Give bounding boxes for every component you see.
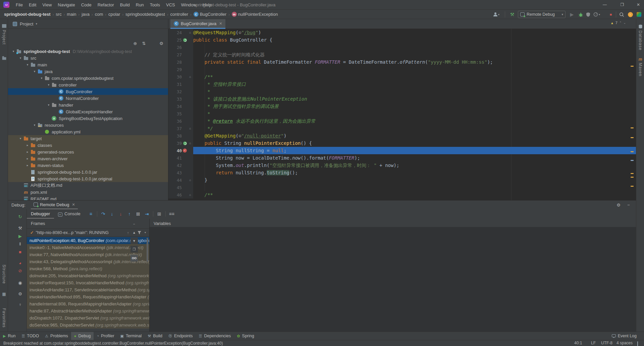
tree-chevron-icon[interactable]: ▸ — [25, 157, 30, 160]
resume-icon[interactable]: ▶ — [17, 233, 23, 239]
gutter-line-37[interactable]: 37⌂ — [168, 125, 193, 132]
breadcrumb-item-springbootdebugtest[interactable]: ›springbootdebugtest — [120, 12, 165, 17]
stripe-mark[interactable] — [631, 137, 634, 138]
settings-gear-icon[interactable]: ⚙ — [17, 290, 23, 297]
frame-row[interactable]: invokeAndHandle:117, ServletInvocableHan… — [27, 286, 149, 293]
fold-marker-icon[interactable]: ⌂ — [188, 127, 193, 130]
maven-icon[interactable]: m — [638, 57, 643, 62]
caret-position-widget[interactable]: 40:1 — [574, 340, 582, 346]
notification-icon[interactable] — [637, 341, 638, 346]
tool-button-favorites[interactable]: Favorites — [2, 308, 6, 328]
step-over-icon[interactable]: ↷ — [99, 210, 108, 218]
stripe-mark[interactable] — [631, 177, 634, 178]
gutter-line-36[interactable]: 36 — [168, 117, 193, 125]
tree-item-application.yml[interactable]: application.yml — [8, 128, 168, 135]
menu-refactor[interactable]: Refactor — [95, 0, 117, 10]
wrench-icon[interactable]: ⚒ — [17, 225, 23, 231]
breadcrumb-item-main[interactable]: ›main — [62, 12, 76, 17]
menu-vcs[interactable]: VCS — [163, 0, 178, 10]
rerun-icon[interactable]: ↻ — [17, 213, 23, 220]
gutter-line-33[interactable]: 33 — [168, 95, 193, 103]
menu-navigate[interactable]: Navigate — [55, 0, 78, 10]
code-line-42[interactable]: 42 System.out.println("空指针异常接口被调用，准备抛出异常… — [168, 162, 636, 169]
fold-marker-icon[interactable]: ⌂ — [188, 141, 193, 145]
gutter-line-40[interactable]: 40✓ — [168, 147, 193, 154]
tool-window-tab-debug[interactable]: ●Debug — [71, 332, 94, 340]
code-line-44[interactable]: 44⌂ } — [168, 176, 636, 184]
editor-tab-bugcontroller[interactable]: C BugController.java ✕ — [170, 19, 225, 29]
mute-breakpoints-icon[interactable]: ⊘ — [17, 267, 23, 274]
tree-item-globalexceptionhandler[interactable]: CGlobalExceptionHandler — [8, 108, 168, 115]
code-line-29[interactable]: 29 — [168, 66, 636, 73]
prev-frame-icon[interactable]: ↑ — [127, 231, 129, 235]
spring-bean-icon[interactable] — [183, 38, 187, 42]
tool-window-tab-terminal[interactable]: ▣Terminal — [117, 332, 145, 340]
tool-window-tab-build[interactable]: ⚒Build — [145, 332, 165, 340]
code-line-37[interactable]: 37⌂ */ — [168, 125, 636, 132]
tree-item-com.cpolar.springbootdebugtest[interactable]: ▾com.cpolar.springbootdebugtest — [8, 75, 168, 81]
gutter-line-25[interactable]: 25 — [168, 36, 193, 44]
tool-window-tab-profiler[interactable]: ◔Profiler — [94, 332, 117, 340]
code-line-24[interactable]: 24⌂@RequestMapping(⊙"/bug") — [168, 29, 636, 36]
encoding-widget[interactable]: UTF-8 — [601, 340, 612, 346]
breadcrumb-item-nullpointerexception[interactable]: ›mnullPointerException — [226, 12, 278, 17]
tree-item-resources[interactable]: ▾resources — [8, 122, 168, 128]
tree-item-pom.xml[interactable]: mpom.xml — [8, 189, 168, 195]
code-line-26[interactable]: 26 — [168, 44, 636, 51]
gutter-line-26[interactable]: 26 — [168, 44, 193, 51]
breadcrumb-item-springboot-debug-test[interactable]: springboot-debug-test — [4, 12, 51, 17]
menu-view[interactable]: View — [39, 0, 55, 10]
tree-chevron-icon[interactable]: ▸ — [25, 164, 30, 167]
inspections-widget[interactable]: ▲ 7 ⌃ ⌄ — [610, 21, 626, 25]
code-with-me-users-icon[interactable]: ▾ — [492, 11, 500, 18]
scroll-down-icon[interactable]: ▼ — [130, 237, 138, 244]
fold-marker-icon[interactable]: ⌂ — [188, 31, 193, 34]
gutter-line-46[interactable]: 46⌂ — [168, 191, 193, 198]
code-line-39[interactable]: 39⌂ public String nullPointerException()… — [168, 139, 636, 147]
maximize-button[interactable]: ❐ — [616, 0, 628, 9]
step-out-icon[interactable]: ↑ — [125, 210, 134, 218]
debug-session-tab[interactable]: Remote Debug ✕ — [31, 200, 78, 209]
code-line-27[interactable]: 27 // 定义统一的时间格式化器 — [168, 51, 636, 58]
pin-icon[interactable]: ♀ — [17, 301, 23, 308]
tree-item-springboot-debug-test-1.0.0.jar.original[interactable]: ?springboot-debug-test-1.0.0.jar.origina… — [8, 175, 168, 182]
frame-row[interactable]: handle:87, AbstractHandlerMethodAdapter … — [27, 307, 149, 314]
tree-chevron-icon[interactable]: ▾ — [18, 56, 23, 60]
frame-row[interactable]: invokeForRequest:150, InvocableHandlerMe… — [27, 279, 149, 286]
gutter-line-34[interactable]: 34 — [168, 103, 193, 110]
tree-item-springbootdebugtestapplication[interactable]: sSpringBootDebugTestApplication — [8, 115, 168, 122]
tree-chevron-icon[interactable]: ▸ — [25, 143, 30, 147]
tree-item-java[interactable]: ▾java — [8, 68, 168, 75]
stripe-mark[interactable] — [631, 160, 634, 161]
error-stripe[interactable] — [630, 29, 635, 200]
view-breakpoints-icon[interactable]: ◕ — [17, 260, 23, 266]
debug-tab-debugger[interactable]: Debugger — [27, 209, 54, 219]
code-line-34[interactable]: 34 * 用于测试空指针异常的调试场景 — [168, 103, 636, 110]
gutter-line-24[interactable]: 24⌂ — [168, 29, 193, 36]
tool-window-tab-todo[interactable]: ☰TODO — [18, 332, 42, 340]
force-step-into-icon[interactable]: ↓ — [116, 210, 125, 218]
tree-item-bugcontroller[interactable]: CBugController — [8, 88, 168, 95]
code-line-43[interactable]: 43 return nullString.toString(); — [168, 169, 636, 176]
chevron-down-icon[interactable]: ▾ — [145, 231, 146, 234]
frame-row[interactable]: handleInternal:808, RequestMappingHandle… — [27, 300, 149, 307]
menu-edit[interactable]: Edit — [26, 0, 39, 10]
locate-file-icon[interactable]: ⊕ — [132, 40, 138, 46]
gutter-line-35[interactable]: 35 — [168, 110, 193, 117]
tree-item-controller[interactable]: ▾controller — [8, 81, 168, 88]
fold-marker-icon[interactable]: ⌂ — [188, 193, 193, 196]
frame-row[interactable]: doService:965, DispatcherServlet (org.sp… — [27, 322, 149, 329]
tree-chevron-icon[interactable]: ▾ — [18, 137, 23, 140]
collapse-all-icon[interactable]: ⇅ — [141, 40, 147, 46]
code-line-30[interactable]: 30⌂ /** — [168, 73, 636, 80]
gear-icon[interactable]: ⚙ — [615, 201, 622, 208]
pause-icon[interactable]: ‖ — [17, 240, 23, 247]
folder-icon[interactable] — [1, 55, 7, 61]
stripe-mark[interactable] — [631, 186, 634, 187]
close-icon[interactable]: ✕ — [219, 21, 222, 26]
tree-item-springboot-debug-test-1.0.0.jar[interactable]: springboot-debug-test-1.0.0.jar — [8, 169, 168, 175]
project-tool-icon[interactable] — [1, 23, 7, 28]
tool-window-tab-endpoints[interactable]: ⦿Endpoints — [165, 332, 196, 340]
fold-marker-icon[interactable]: ⌂ — [188, 178, 193, 182]
gutter-line-39[interactable]: 39⌂ — [168, 139, 193, 147]
